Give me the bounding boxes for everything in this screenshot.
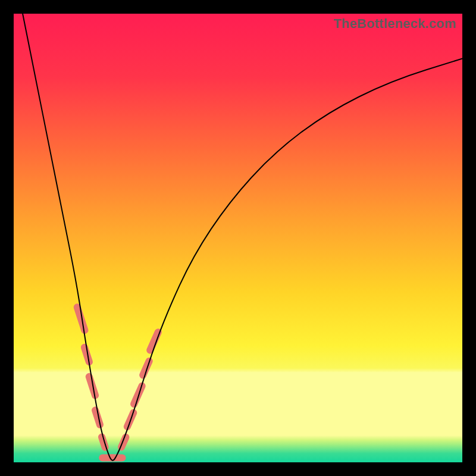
- bottleneck-curve: [23, 14, 462, 461]
- curve-marker: [129, 381, 146, 409]
- chart-svg: [14, 14, 462, 462]
- curve-marker: [84, 372, 99, 400]
- plot-area: TheBottleneck.com: [14, 14, 462, 462]
- curve-marker: [138, 356, 154, 380]
- curve-marker: [73, 303, 89, 335]
- data-markers: [73, 303, 163, 462]
- curve-marker: [117, 433, 130, 452]
- curve-marker: [97, 433, 109, 452]
- watermark-text: TheBottleneck.com: [334, 16, 456, 32]
- outer-border: TheBottleneck.com: [0, 0, 476, 476]
